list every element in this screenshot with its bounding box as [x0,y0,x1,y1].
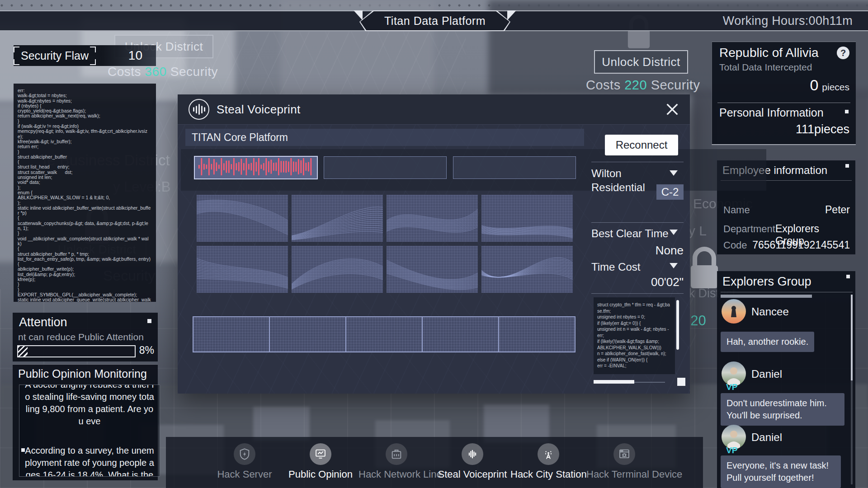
chevron-down-icon[interactable] [670,263,678,268]
chat-scroll-indicator[interactable] [721,295,812,298]
voice-sample-slot-3[interactable] [453,156,576,179]
cost-220-text: Costs 220 Security [586,78,700,93]
intercept-code-box[interactable]: struct crypto_tfm * tfm = req - &gt;base… [594,297,675,374]
code-stream-text: err: walk-&gt;total = nbytes; walk-&gt;n… [18,88,152,302]
toolbar-item-hack-terminal-device[interactable]: Hack Terminal Device [586,443,662,480]
divider [591,222,684,223]
waveform-thumbnail[interactable] [292,195,383,242]
intercept-code-text: struct crypto_tfm * tfm = req - &gt;base… [597,302,671,369]
opinion-item: According to a survey, the unemployment … [24,445,155,477]
timeline-segment [499,317,575,352]
modal-header: Steal Voiceprint [178,94,690,125]
public-opinion-feed[interactable]: A doctor angrily rebukes a thief fo stea… [19,385,160,477]
chat-bubble: Everyone, it's a new task! Pull yourself… [721,455,841,488]
security-flaw-panel: Security Flaw 10 [14,45,156,66]
country-data-panel: Republic of Allivia ? Total Data Interce… [712,42,856,145]
toolbar-item-public-opinion[interactable]: Public Opinion [283,443,359,480]
waveform-thumbnail[interactable] [197,195,288,242]
monitor-chart-icon [314,448,327,460]
divider [591,293,684,294]
expand-handle[interactable] [677,378,685,386]
lock-icon [687,246,722,292]
section-corner-square [846,275,850,278]
attention-progress-bar [17,345,136,357]
timeline-strip[interactable] [193,316,576,352]
voiceprint-icon [189,99,209,120]
divider [717,103,850,103]
toolbar-item-hack-server[interactable]: Hack Server [207,443,283,480]
platform-title: Titan Data Platform [384,14,486,28]
radio-tower-icon [542,448,555,460]
attention-panel: Attention nt can reduce Public Attention… [13,313,158,361]
timeline-segment [193,317,270,352]
vp-badge: VP [726,446,737,455]
chat-sender-name: Daniel [751,431,782,444]
toolbar-item-hack-network-line[interactable]: Hack Network Line [359,443,434,480]
bullet-square-icon [21,448,25,452]
time-cost-value: 00'02" [591,275,684,289]
public-opinion-title: Public Opinion Monitoring [18,367,147,380]
code-stream-panel: err: walk-&gt;total = nbytes; walk-&gt;n… [14,84,156,302]
attention-progress-fill [18,346,28,357]
district-code-badge[interactable]: C-2 [656,184,684,200]
waveform-thumbnail[interactable] [292,246,383,293]
section-corner-square [845,110,849,113]
vertical-scrollbar[interactable] [676,300,679,350]
best-clear-time-value: None [591,244,684,258]
section-corner-square [845,164,849,168]
timeline-segment [270,317,346,352]
help-icon[interactable]: ? [837,47,849,59]
horizontal-scrollbar-thumb[interactable] [594,380,634,384]
terminal-bug-icon [618,448,631,460]
attention-marquee: nt can reduce Public Attention [18,332,149,343]
red-waveform [195,157,315,177]
avatar[interactable] [722,299,746,324]
timeline-segment [346,317,423,352]
opinion-item: A doctor angrily rebukes a thief fo stea… [24,385,155,427]
group-chat-panel: Explorers Group Nancee Hah, another rook… [717,271,855,488]
steal-voiceprint-modal: Steal Voiceprint TITAN Core Platform [178,94,690,394]
chevron-down-icon[interactable] [670,230,678,235]
voice-sample-slot-1[interactable] [194,156,318,179]
attention-corner-square [147,319,151,323]
close-icon[interactable] [665,102,680,117]
employee-row: Code 76561199192145541 [723,239,850,251]
security-flaw-label: Security Flaw [21,49,89,62]
platform-title-badge: Titan Data Platform [359,10,510,31]
waveform-thumbnail[interactable] [481,195,573,242]
reconnect-button[interactable]: Reconnect [605,135,678,155]
waveform-thumbnail[interactable] [387,246,478,293]
waveform-thumbnail[interactable] [197,246,288,293]
cost-360-text: Costs 360 Security [108,65,218,79]
security-flaw-count: 10 [128,48,156,63]
chat-sender-name: Daniel [751,368,782,380]
divider [721,292,853,292]
modal-title: Steal Voiceprint [217,103,300,117]
personal-information-title: Personal Information [719,106,824,119]
chat-scrollbar-thumb[interactable] [851,295,853,380]
public-opinion-panel: Public Opinion Monitoring A doctor angri… [13,364,158,480]
top-bar: Titan Data Platform Working Hours:00h11m [0,10,868,31]
toolbar-item-steal-voiceprint[interactable]: Steal Voiceprint [434,443,510,480]
voiceprint-icon [466,448,479,460]
attention-percent: 8% [139,344,154,357]
timeline-segment [423,317,499,352]
waveform-thumbnail[interactable] [481,246,573,293]
badge-left-ornament [354,10,363,20]
attention-title: Attention [19,315,67,329]
voice-sample-slot-2[interactable] [324,156,447,179]
chevron-down-icon[interactable] [670,170,678,176]
waveform-thumbnail[interactable] [387,195,478,242]
country-subtitle: Total Data Intercepted [719,62,812,73]
total-data-value: 0 pieces [810,76,849,94]
unlock-district-button[interactable]: Unlock District [594,50,688,74]
chat-bubble: Hah, another rookie. [721,332,814,352]
chat-title: Explorers Group [722,275,811,289]
country-name: Republic of Allivia [719,46,818,60]
toolbar-item-hack-city-station[interactable]: Hack City Station [510,443,586,480]
shield-bolt-icon [238,448,251,460]
personal-information-count: 111pieces [796,122,849,136]
divider [591,162,684,162]
security-flaw-label-wrap: Security Flaw [14,47,96,65]
employee-row: Name Peter [723,204,850,216]
